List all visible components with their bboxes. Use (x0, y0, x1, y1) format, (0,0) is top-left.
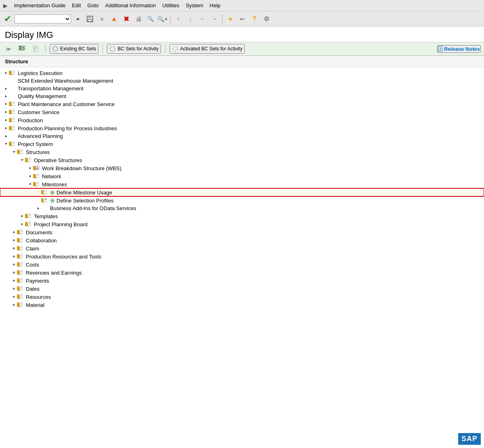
tree-item[interactable]: Transportation Management (0, 85, 484, 92)
tree-item[interactable]: Dates (0, 285, 484, 293)
tree-item[interactable]: Plant Maintenance and Customer Service (0, 100, 484, 108)
find-next-button[interactable]: 🔍+ (157, 14, 168, 24)
tree-item[interactable]: Business Add-Ins for OData Services (0, 204, 484, 212)
existing-bc-sets-button[interactable]: Existing BC Sets (50, 44, 98, 54)
return-button[interactable]: ↩ (237, 14, 248, 24)
page-title: Display IMG (0, 27, 484, 42)
menu-goto[interactable]: Goto (88, 2, 99, 8)
menu-help[interactable]: Help (210, 2, 221, 8)
tree-item[interactable]: Production (0, 116, 484, 124)
tree-item[interactable]: Advanced Planning (0, 132, 484, 140)
help-button[interactable]: ? (249, 14, 260, 24)
expand-arrow[interactable] (19, 158, 25, 162)
tree-view-button[interactable] (17, 44, 27, 54)
expand-arrow[interactable] (11, 271, 17, 275)
menu-system[interactable]: System (186, 2, 203, 8)
expand-arrow[interactable] (11, 303, 17, 307)
tree-label: Business Add-Ins for OData Services (50, 205, 136, 211)
tree-item[interactable]: Material (0, 301, 484, 309)
expand-arrow[interactable] (3, 126, 9, 130)
tree-item[interactable]: Logistics Execution (0, 69, 484, 77)
svg-marker-33 (5, 111, 7, 113)
tree-item[interactable]: Claim (0, 244, 484, 252)
tree-item[interactable]: Operative Structures (0, 156, 484, 164)
expand-arrow[interactable] (11, 295, 17, 299)
expand-arrow[interactable] (3, 94, 9, 98)
tree-node-icon (17, 294, 24, 300)
settings-button[interactable]: ⚙ (261, 14, 272, 24)
expand-arrow[interactable] (3, 118, 9, 122)
expand-arrow[interactable] (27, 174, 33, 178)
tree-item[interactable]: Collaboration (0, 236, 484, 244)
expand-arrow[interactable] (11, 279, 17, 283)
tree-item[interactable]: SCM Extended Warehouse Management (0, 77, 484, 85)
tree-node-icon (17, 269, 24, 276)
toolbar-separator-1 (170, 15, 171, 23)
tree-item[interactable]: Project Planning Board (0, 220, 484, 228)
expand-arrow[interactable] (11, 246, 17, 250)
nav-left-button[interactable]: ← (197, 14, 208, 24)
nav-down-button[interactable]: ↓ (185, 14, 196, 24)
expand-arrow[interactable] (11, 254, 17, 258)
tree-item[interactable]: Payments (0, 277, 484, 285)
nav-up-button[interactable]: ↑ (173, 14, 184, 24)
tree-label: Work Breakdown Structure (WBS) (42, 165, 121, 171)
expand-arrow[interactable] (19, 222, 25, 226)
tree-item[interactable]: Templates (0, 212, 484, 220)
expand-arrow[interactable] (3, 102, 9, 106)
expand-arrow[interactable] (11, 230, 17, 234)
expand-arrow[interactable] (19, 214, 25, 218)
nav-dropdown[interactable] (15, 15, 71, 23)
up-button[interactable]: ▲ (109, 14, 119, 24)
expand-arrow[interactable] (27, 182, 33, 186)
save-button[interactable] (85, 14, 95, 24)
expand-arrow[interactable] (11, 287, 17, 291)
find-button[interactable]: 🔍 (145, 14, 156, 24)
tree-item[interactable]: Documents (0, 228, 484, 236)
bookmark-button[interactable]: ★ (225, 14, 236, 24)
svg-marker-39 (5, 119, 7, 121)
tree-item[interactable]: Network (0, 172, 484, 180)
menu-implementation-guide[interactable]: Implementation Guide (14, 2, 65, 8)
doc-button[interactable] (31, 44, 41, 54)
expand-arrow[interactable] (3, 134, 9, 138)
tree-item[interactable]: Structures (0, 148, 484, 156)
tree-item[interactable]: Costs (0, 260, 484, 269)
tree-item[interactable]: Resources (0, 293, 484, 301)
expand-arrow[interactable] (3, 110, 9, 114)
tree-item[interactable]: Milestones (0, 180, 484, 188)
expand-arrow[interactable] (27, 166, 33, 170)
release-notes-button[interactable]: i Release Notes (437, 45, 481, 53)
back-button[interactable]: « (97, 14, 107, 24)
tree-item[interactable]: Customer Service (0, 108, 484, 116)
bc-sets-activity-button[interactable]: BC Sets for Activity (107, 44, 161, 54)
expand-all-button[interactable]: ≫ (3, 44, 14, 54)
activated-bc-sets-button[interactable]: Activated BC Sets for Activity (169, 44, 245, 54)
svg-rect-2 (88, 19, 92, 22)
tree-item[interactable]: Project System (0, 140, 484, 148)
expand-arrow[interactable] (11, 263, 17, 267)
svg-marker-138 (13, 271, 15, 274)
menu-edit[interactable]: Edit (72, 2, 81, 8)
print-button[interactable]: 🖨 (133, 14, 144, 24)
menu-utilities[interactable]: Utilities (163, 2, 179, 8)
tree-item[interactable]: Quality Management (0, 92, 484, 100)
tree-item[interactable]: Production Resources and Tools (0, 252, 484, 260)
expand-arrow[interactable] (3, 71, 9, 75)
tree-item[interactable]: Production Planning for Process Industri… (0, 124, 484, 132)
expand-arrow[interactable] (3, 87, 9, 91)
tree-item[interactable]: Revenues and Earnings (0, 269, 484, 277)
expand-arrow[interactable] (3, 142, 9, 146)
tree-item[interactable]: Work Breakdown Structure (WBS) (0, 164, 484, 172)
nav-right-button[interactable]: → (209, 14, 220, 24)
tree-item[interactable]: ⊕Define Selection Profiles (0, 196, 484, 204)
menu-additional-information[interactable]: Additional Information (105, 2, 156, 8)
expand-arrow[interactable] (35, 206, 41, 210)
tree-label: Production Resources and Tools (26, 254, 101, 260)
confirm-button[interactable]: ✔ (2, 14, 13, 24)
tree-item[interactable]: ⊕Define Milestone Usage (0, 188, 484, 196)
expand-arrow[interactable] (11, 150, 17, 154)
expand-arrow[interactable] (11, 238, 17, 242)
back-nav-button[interactable]: « (73, 14, 83, 24)
stop-button[interactable]: ✖ (121, 14, 131, 24)
